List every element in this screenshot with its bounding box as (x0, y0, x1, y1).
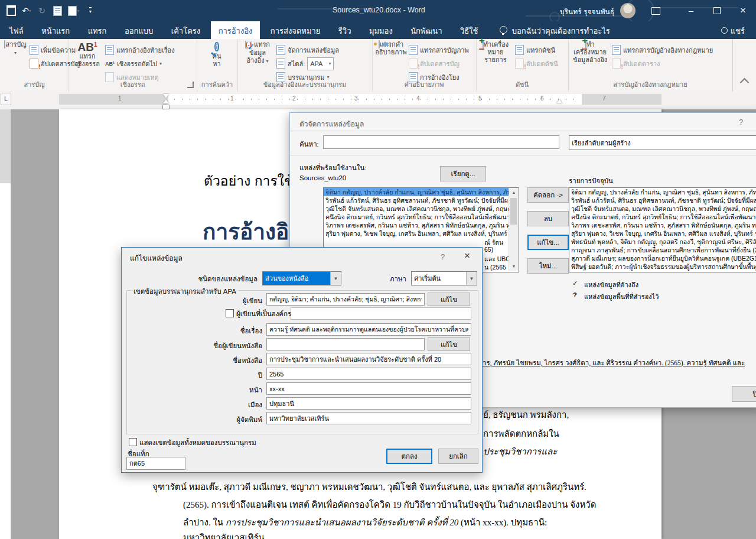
tell-me-box[interactable]: บอกฉันว่าคุณต้องการทำอะไร (492, 21, 618, 41)
source-type-select[interactable]: ส่วนของหนังสือ ▼ (262, 271, 341, 285)
search-input[interactable] (323, 135, 559, 149)
edit-source-close-icon[interactable]: × (464, 250, 470, 262)
cancel-button[interactable]: ยกเลิก (438, 449, 478, 464)
browse-button[interactable]: เรียกดู... (440, 166, 486, 181)
list-item[interactable]: กาญจนา ภาสุรพันธ์; การขับเคลื่อนสถานศึกษ… (569, 246, 756, 254)
current-sources-list[interactable]: จิติมา กตัญญู, ปรางค์วลัย กำแก่น, ญาณิศา… (569, 187, 756, 272)
mark-citation-button[interactable]: ทำเครื่องหมาย ข้อมูลอ้างอิง (571, 41, 610, 82)
list-item[interactable]: สุริยา พุ่มดวง, วิเชพ ใจบุญ, เกศริน อินเ… (569, 229, 756, 238)
ribbon-display-options-button[interactable] (644, 0, 667, 21)
master-list-scrollbar[interactable]: ▲ ▼ (509, 188, 519, 271)
list-item[interactable]: วิรพันธ์ แก้วรัตน์, ศิรินธร อุทิศชลานนท์… (569, 196, 756, 204)
redo-button[interactable]: ↻ (35, 4, 48, 18)
tab-file[interactable]: ไฟล์ (0, 21, 31, 41)
insert-caption-button[interactable]: แทรกคำ อธิบายภาพ (374, 41, 408, 82)
edit-author-button[interactable]: แก้ไข (428, 293, 470, 306)
tab-design[interactable]: ออกแบบ (117, 21, 161, 41)
list-item-fragment[interactable]: 65) (484, 246, 493, 253)
delete-button[interactable]: ลบ (527, 211, 569, 226)
qat-document-button[interactable] (51, 4, 64, 18)
book-title-input[interactable] (266, 353, 471, 365)
save-button[interactable] (5, 4, 18, 18)
toc-button[interactable]: สารบัญ▾ (2, 41, 28, 82)
tab-view[interactable]: มุมมอง (361, 21, 400, 41)
tab-review[interactable]: รีวิว (331, 21, 359, 41)
user-name[interactable]: บุรินทร์ รุจจนพันธุ์ (560, 6, 614, 17)
insert-index-button[interactable]: แทรกดัชนี (515, 44, 555, 56)
close-dialog-button[interactable]: ปิด (732, 386, 756, 402)
minimize-button[interactable]: – (678, 0, 704, 21)
list-item[interactable]: วุฒิโชติ จันทร์แสนตอ, มณฑล เลิศคณาวนิชกุ… (569, 204, 756, 213)
mark-entry-button[interactable]: ทำเครื่อง หมายรายการ (478, 41, 513, 82)
tab-references[interactable]: การอ้างอิง (211, 21, 260, 41)
show-all-fields-checkbox[interactable] (129, 438, 137, 446)
document-fragment-2[interactable]: การพลัดตกหกล้มใน (483, 427, 559, 441)
list-item[interactable]: พิสิษฐ์ ยอดวันดิ; ภาวะผู้นำเชิงจริยธรรมข… (569, 262, 756, 271)
scroll-down-icon[interactable]: ▼ (509, 262, 519, 271)
right-indent-marker[interactable] (556, 99, 562, 103)
first-line-indent-marker[interactable] (163, 94, 169, 98)
undo-button[interactable]: ↶▾ (19, 4, 34, 18)
share-button[interactable]: แชร์ (713, 21, 752, 41)
tab-developer[interactable]: นักพัฒนา (403, 21, 449, 41)
author-input[interactable] (266, 293, 425, 306)
tab-mailings[interactable]: การส่งจดหมาย (263, 21, 328, 41)
list-item[interactable]: สุภาวดี มณีเกษร; ผลของการน็อกเอาท์ยีนยูบ… (569, 254, 756, 262)
list-item[interactable]: จิติมา กตัญญู, ปรางค์วลัย กำแก่น, ญาณิศา… (324, 188, 519, 196)
horizontal-ruler[interactable]: 1 1 2 3 4 5 6 7 (59, 94, 662, 105)
qat-customize-button[interactable]: ▾ (85, 4, 96, 18)
source-manager-help-icon[interactable]: ? (739, 118, 743, 126)
city-input[interactable] (266, 397, 471, 410)
manage-sources-button[interactable]: จัดการแหล่งข้อมูล (276, 44, 339, 56)
ok-button[interactable]: ตกลง (386, 449, 432, 464)
scrollbar-thumb[interactable] (510, 198, 517, 225)
corporate-author-input[interactable] (291, 307, 471, 320)
year-input[interactable] (266, 368, 471, 380)
collapse-ribbon-icon[interactable] (740, 78, 750, 87)
sort-select[interactable]: เรียงลำดับตามผู้สร้าง (569, 135, 756, 150)
copy-button[interactable]: คัดลอก -> (527, 187, 569, 203)
title-input[interactable] (266, 323, 471, 336)
reference-line-1[interactable]: จุฑารัตน์ หมอเต๊ะ, สุภาวดี มณีเกษร, ชญาภ… (152, 480, 586, 494)
list-item[interactable]: คนึงนิจ ติกะมาตย์, กวินทร์ สุภวิทย์โยธิน… (324, 213, 519, 221)
new-button[interactable]: ใหม่... (527, 258, 569, 274)
reference-line-2[interactable]: (2565). การเข้าถึงแอนติเจน เทสต์ คิทเพื่… (183, 498, 597, 512)
edit-button[interactable]: แก้ไข... (527, 235, 569, 250)
tab-layout[interactable]: เค้าโครง (164, 21, 208, 41)
tab-home[interactable]: หน้าแรก (34, 21, 77, 41)
reference-line-4[interactable]: มหาวิทยาลัยเวสเทิร์น. (183, 531, 266, 539)
list-item[interactable]: พัทธนันท์ พุดหล้า, จิติมา กตัญญู, กุลสตร… (569, 238, 756, 246)
reference-line-3[interactable]: ลำปาง. ใน การประชุมวิชาการและนำเสนอผลงาน… (183, 515, 547, 530)
tab-selector[interactable]: L (1, 93, 11, 105)
insert-footnote-button[interactable]: AB1 แทรก เชิงอรรถ (72, 41, 103, 82)
list-item[interactable]: วิรพันธ์ แก้วรัตน์, ศิรินธร อุทิศชลานนท์… (324, 196, 519, 204)
close-button[interactable]: × (730, 0, 756, 21)
avatar[interactable] (620, 3, 636, 18)
restore-button[interactable] (704, 0, 730, 21)
tab-insert[interactable]: แทรก (80, 21, 115, 41)
list-item[interactable]: สุริยา พุ่มดวง, วิเชพ ใจบุญ, เกศริน อินเ… (324, 229, 519, 238)
document-fragment-3[interactable]: ประชุมวิชาการและ (483, 444, 557, 459)
smart-lookup-button[interactable]: i ค้น หา (201, 41, 232, 82)
left-indent-marker[interactable] (162, 105, 170, 109)
corporate-author-checkbox[interactable] (226, 309, 234, 317)
next-footnote-button[interactable]: AB¹เชิงอรรถถัดไป▾ (105, 57, 162, 70)
qat-pen-button[interactable]: ▾ (65, 4, 83, 18)
tag-name-input[interactable] (126, 457, 185, 470)
insert-endnote-button[interactable]: แทรกอ้างอิงท้ายเรื่อง (105, 44, 175, 56)
scroll-up-icon[interactable]: ▲ (509, 188, 519, 197)
list-item[interactable]: วิภาพร เตชะสรพัศ, กวินนา แซ่ท้าว, สุภัสส… (569, 221, 756, 229)
list-item[interactable]: คนึงนิจ ติกะมาตย์, กวินทร์ สุภวิทย์โยธิน… (569, 213, 756, 221)
list-item[interactable]: จิติมา กตัญญู, ปรางค์วลัย กำแก่น, ญาณิศา… (569, 188, 756, 196)
edit-book-author-button[interactable]: แก้ไข (428, 337, 470, 351)
publisher-input[interactable] (266, 412, 471, 424)
list-item[interactable]: วุฒิโชติ จันทร์แสนตอ, มณฑล เลิศคณาวนิชกุ… (324, 204, 519, 213)
insert-citation-button[interactable]: (-) แทรกข้อมูล อ้างอิง ▾ (241, 41, 274, 82)
book-author-input[interactable] (266, 338, 425, 350)
hanging-indent-marker[interactable] (163, 99, 169, 103)
list-item-fragment[interactable]: น (2565 (484, 262, 506, 272)
pages-input[interactable] (266, 382, 471, 395)
language-select[interactable]: ค่าเริ่มต้น ▼ (411, 271, 477, 285)
insert-table-of-figures-button[interactable]: แทรกสารบัญภาพ (409, 44, 469, 56)
document-heading[interactable]: การอ้างอิง (203, 214, 299, 249)
